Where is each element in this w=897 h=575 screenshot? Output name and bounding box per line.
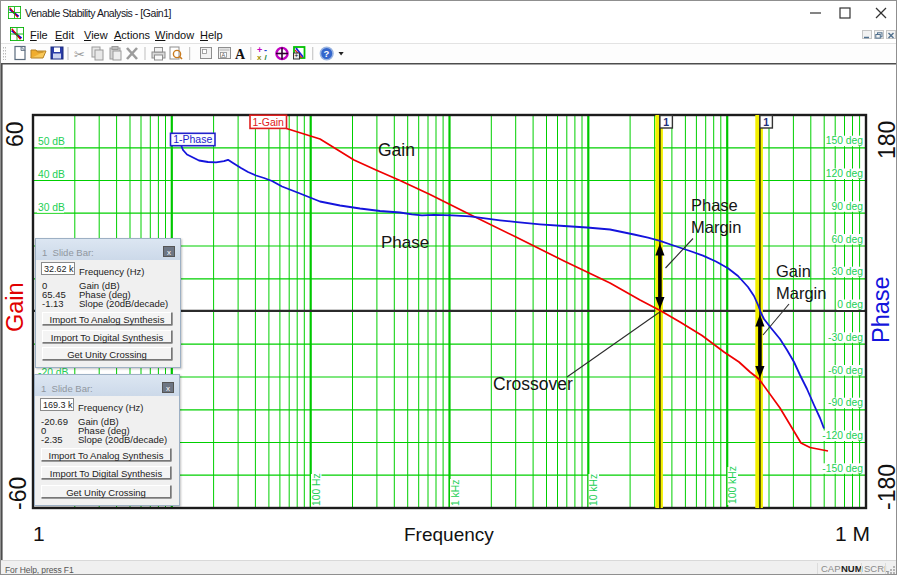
- svg-text:1: 1: [663, 116, 669, 128]
- svg-text:/: /: [265, 53, 268, 62]
- svg-text:x: x: [257, 53, 262, 62]
- svg-text:90 deg: 90 deg: [832, 201, 864, 212]
- svg-text:1 kHz: 1 kHz: [450, 480, 461, 506]
- svg-text:-120 deg: -120 deg: [822, 430, 863, 441]
- svg-text:-60: -60: [5, 477, 31, 510]
- svg-text:Frequency: Frequency: [404, 524, 494, 545]
- svg-text:0 deg: 0 deg: [837, 299, 863, 310]
- svg-text:Gain: Gain: [776, 262, 811, 280]
- svg-text:Phase: Phase: [691, 196, 738, 214]
- svg-text:120 deg: 120 deg: [826, 168, 863, 179]
- svg-text:60 deg: 60 deg: [832, 234, 864, 245]
- svg-text:10 kHz: 10 kHz: [588, 474, 599, 506]
- svg-text:+: +: [295, 52, 299, 59]
- svg-text:100 Hz: 100 Hz: [311, 473, 322, 506]
- svg-text:Phase: Phase: [868, 276, 894, 343]
- svg-text:A: A: [235, 47, 246, 62]
- svg-text:50 dB: 50 dB: [38, 136, 65, 147]
- svg-text:60: 60: [2, 121, 28, 147]
- svg-text:1: 1: [33, 522, 45, 545]
- svg-text:✂: ✂: [74, 47, 85, 62]
- svg-text:180: 180: [874, 121, 897, 159]
- svg-text:150 deg: 150 deg: [826, 135, 863, 146]
- svg-text:1-Phase: 1-Phase: [173, 133, 212, 145]
- svg-text:1: 1: [763, 116, 769, 128]
- svg-text:Phase: Phase: [381, 233, 429, 252]
- svg-text:-60 deg: -60 deg: [828, 365, 863, 376]
- svg-text:30 deg: 30 deg: [832, 266, 864, 277]
- svg-text:1 M: 1 M: [835, 522, 870, 545]
- svg-text:-180: -180: [874, 464, 897, 510]
- svg-text:-150 deg: -150 deg: [822, 463, 863, 474]
- svg-text:30 dB: 30 dB: [38, 202, 65, 213]
- svg-text:40 dB: 40 dB: [38, 169, 65, 180]
- svg-text:-30 deg: -30 deg: [828, 332, 863, 343]
- svg-text:-90 deg: -90 deg: [828, 397, 863, 408]
- svg-text:1-Gain: 1-Gain: [252, 116, 284, 128]
- svg-text:100 kHz: 100 kHz: [727, 466, 738, 504]
- svg-text:A: A: [222, 52, 226, 58]
- svg-text:Gain: Gain: [378, 140, 415, 160]
- svg-text:Gain: Gain: [2, 282, 28, 332]
- svg-text:Margin: Margin: [776, 284, 826, 302]
- svg-text:?: ?: [324, 48, 330, 59]
- svg-text:Crossover: Crossover: [493, 374, 573, 394]
- svg-text:Margin: Margin: [691, 218, 741, 236]
